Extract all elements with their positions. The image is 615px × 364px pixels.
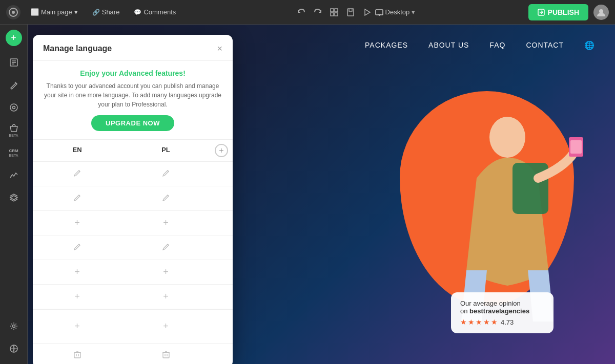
modal-header: Manage language × [33,35,233,61]
svg-point-15 [10,104,17,111]
svg-point-20 [489,117,525,158]
table-row [33,186,233,211]
pl-add-button[interactable]: + [161,216,171,230]
sidebar-item-settings[interactable] [4,316,24,336]
undo-button[interactable] [293,4,310,20]
extra-cell [210,244,233,252]
pl-cell: + [121,211,210,234]
sidebar-item-analytics[interactable] [4,165,24,185]
user-avatar[interactable] [593,5,609,20]
table-row [33,162,233,186]
svg-rect-23 [570,140,582,154]
sidebar-item-store[interactable]: BETA [4,120,24,140]
banner-description: Thanks to your advanced account you can … [43,81,222,109]
share-icon: 🔗 [92,9,100,16]
footer-en-add-button[interactable]: + [72,319,82,334]
svg-point-10 [599,9,603,13]
pl-add-button[interactable]: + [161,265,171,280]
sidebar-item-crm[interactable]: CRM BETA [4,142,24,163]
add-language-button[interactable]: + [215,144,228,157]
sidebar-item-pages[interactable] [4,52,24,73]
main-area: + BETA CRM BETA [0,25,615,364]
redo-button[interactable] [310,4,326,20]
en-cell [33,237,121,259]
device-selector[interactable]: Desktop ▾ [375,8,416,16]
footer-pl-add-button[interactable]: + [161,319,171,334]
en-add-button[interactable]: + [72,289,82,304]
pl-edit-button[interactable] [160,167,172,181]
nav-about[interactable]: ABOUT US [428,41,469,49]
nav-faq[interactable]: FAQ [489,41,505,49]
left-sidebar: + BETA CRM BETA [0,25,28,364]
logo-icon [6,5,20,19]
footer-en-add: + [33,314,121,339]
pl-cell: + [121,285,210,308]
multiselect-button[interactable] [326,4,342,20]
table-row: + + [33,260,233,285]
comments-button[interactable]: 💬 Comments [130,6,180,18]
svg-rect-5 [335,13,338,16]
svg-rect-25 [163,353,169,358]
upgrade-now-button[interactable]: UPGRADE NOW [91,115,174,131]
share-button[interactable]: 🔗 Share [88,6,124,18]
pl-add-button[interactable]: + [161,289,171,304]
extra-cell [210,195,233,203]
svg-point-17 [12,325,15,328]
table-row [33,235,233,260]
add-element-button[interactable]: + [6,30,22,46]
nav-contact[interactable]: CONTACT [526,41,564,49]
banner-title: Enjoy your Advanced features! [43,69,222,77]
svg-rect-6 [347,9,354,16]
svg-rect-4 [331,13,334,16]
rating-card: Our average opinion on besttravelagencie… [451,292,554,333]
table-row: + + [33,285,233,309]
en-add-button[interactable]: + [72,216,82,230]
preview-button[interactable] [359,4,375,20]
extra-cell [210,219,233,227]
toolbar-right: PUBLISH [528,4,609,20]
footer-extra [210,314,233,339]
en-cell [33,163,121,185]
chevron-down-icon: ▾ [412,8,415,16]
svg-point-1 [12,11,15,14]
save-button[interactable] [342,4,359,20]
pl-delete-button[interactable] [160,349,172,362]
col-header-en: EN [33,140,121,161]
comment-icon: 💬 [134,9,141,16]
en-edit-button[interactable] [71,241,84,254]
rating-brand: besttravelagencies [469,307,529,315]
sidebar-item-connect[interactable] [4,338,24,359]
manage-language-modal: Manage language × Enjoy your Advanced fe… [33,35,233,364]
sidebar-item-design[interactable] [4,75,24,95]
en-edit-button[interactable] [71,191,84,205]
table-body: + + [33,162,233,309]
content-area: PACKAGES ABOUT US FAQ CONTACT 🌐 ams come… [28,25,615,364]
extra-cell [210,268,233,276]
table-row: + + [33,211,233,235]
en-add-button[interactable]: + [72,265,82,280]
extra-cell [210,170,233,178]
en-delete-button[interactable] [71,349,84,362]
col-header-pl: PL [121,140,210,161]
modal-close-button[interactable]: × [217,44,222,53]
svg-rect-21 [512,163,548,214]
svg-rect-2 [331,9,334,12]
publish-button[interactable]: PUBLISH [528,4,588,20]
modal-banner: Enjoy your Advanced features! Thanks to … [33,61,233,140]
nav-packages[interactable]: PACKAGES [365,41,408,49]
table-delete-row [33,343,233,364]
pl-edit-button[interactable] [160,191,172,205]
en-cell: + [33,211,121,234]
table-footer: + + [33,309,233,343]
pl-edit-button[interactable] [160,241,172,254]
globe-icon[interactable]: 🌐 [584,40,594,50]
sidebar-item-layers[interactable] [4,187,24,208]
main-page-button[interactable]: ⬜ Main page ▾ [27,6,82,18]
en-edit-button[interactable] [71,167,84,181]
sidebar-item-media[interactable] [4,97,24,118]
add-language-col: + [210,140,233,161]
en-cell: + [33,261,121,284]
svg-point-16 [12,106,15,109]
svg-rect-8 [376,10,383,15]
rating-stars: ★ ★ ★ ★ ★ 4.73 [460,318,544,326]
